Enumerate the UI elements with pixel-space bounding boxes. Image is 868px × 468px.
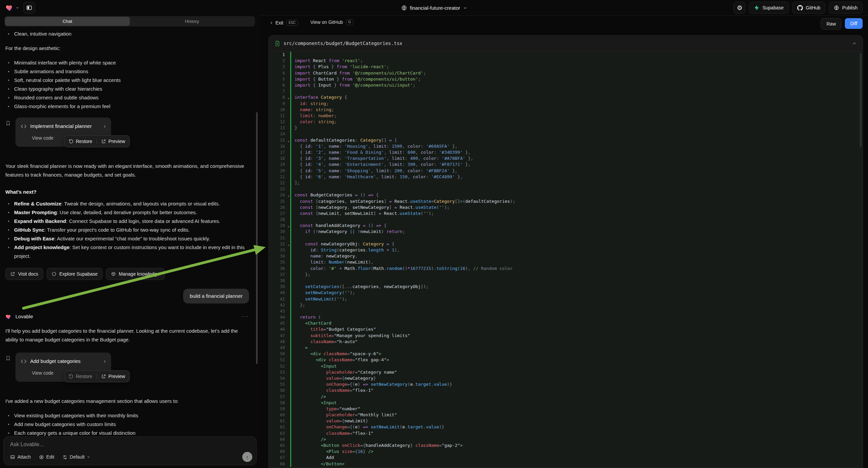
code-line: 1 bbox=[269, 52, 863, 58]
list-item: Add new budget categories with custom li… bbox=[5, 420, 249, 429]
explore-supabase-label: Explore Supabase bbox=[59, 270, 98, 278]
view-on-github-button[interactable]: View on GitHub G bbox=[310, 19, 353, 25]
restore-preview-toolbar: Restore Preview bbox=[64, 135, 130, 147]
code-line: 64 /> bbox=[269, 436, 863, 442]
line-number: 41 bbox=[269, 296, 290, 302]
assistant-text: I'll help you add budget categories to t… bbox=[5, 327, 249, 344]
line-number: 2 bbox=[269, 58, 290, 64]
line-number: 67 bbox=[269, 455, 290, 461]
code-line: 10 name: string; bbox=[269, 107, 863, 113]
list-item: Master Prompting: Use clear, detailed, a… bbox=[5, 208, 249, 217]
tab-history[interactable]: History bbox=[130, 17, 255, 26]
next-steps-list: Refine & Customize: Tweak the design, an… bbox=[5, 199, 249, 261]
restore-label: Restore bbox=[76, 372, 92, 381]
line-number: 8▼ bbox=[269, 94, 290, 100]
send-button[interactable]: ↑ bbox=[242, 452, 252, 462]
line-number: 12 bbox=[269, 119, 290, 125]
mode-selector[interactable]: Default bbox=[62, 454, 90, 460]
line-number: 17 bbox=[269, 149, 290, 155]
divider bbox=[97, 139, 97, 144]
top-bar: financial-future-creator ⚙ Supabase GitH… bbox=[0, 0, 868, 16]
line-number: 66 bbox=[269, 448, 290, 455]
line-number: 30 bbox=[269, 229, 290, 235]
code-line: 42 }; bbox=[269, 302, 863, 308]
list-item: Soft, neutral color palette with light b… bbox=[5, 76, 249, 85]
preview-button[interactable]: Preview bbox=[101, 137, 125, 146]
code-line: 45 <ChartCard bbox=[269, 320, 863, 326]
line-number: 19 bbox=[269, 162, 290, 168]
list-item: GitHub Sync: Transfer your project's cod… bbox=[5, 226, 249, 234]
added-features-list: View existing budget categories with the… bbox=[5, 411, 249, 436]
code-line: 13} bbox=[269, 125, 863, 131]
code-line: 67 Add bbox=[269, 455, 863, 461]
explore-supabase-button[interactable]: Explore Supabase bbox=[46, 268, 103, 280]
chevron-left-icon: ‹ bbox=[271, 19, 273, 26]
code-line: 50 <div className="space-y-6"> bbox=[269, 351, 863, 357]
file-header[interactable]: src/components/budget/BudgetCategories.t… bbox=[269, 36, 863, 51]
preview-button[interactable]: Preview bbox=[101, 372, 125, 381]
exit-button[interactable]: ‹ Exit ESC bbox=[271, 19, 298, 26]
raw-button[interactable]: Raw bbox=[821, 18, 841, 30]
supabase-icon bbox=[754, 5, 759, 10]
line-number: 31 bbox=[269, 235, 290, 241]
lovable-heart-icon bbox=[5, 313, 12, 320]
publish-button[interactable]: Publish bbox=[829, 2, 863, 14]
line-number: 10 bbox=[269, 107, 290, 113]
restore-button[interactable]: Restore bbox=[69, 137, 92, 146]
edit-card-title: Implement financial planner bbox=[30, 122, 100, 130]
line-number: 11 bbox=[269, 113, 290, 119]
project-name: financial-future-creator bbox=[410, 5, 460, 11]
line-number: 49 bbox=[269, 345, 290, 351]
manage-knowledge-button[interactable]: Manage knowledge bbox=[106, 268, 164, 280]
visit-docs-button[interactable]: Visit docs bbox=[5, 268, 43, 280]
chevron-down-icon bbox=[463, 6, 467, 10]
code-line: 39 setCategories([...categories, newCate… bbox=[269, 284, 863, 290]
sidebar-toggle-button[interactable] bbox=[23, 2, 35, 14]
line-number: 33 bbox=[269, 247, 290, 253]
restore-button[interactable]: Restore bbox=[69, 372, 92, 381]
edit-mode-button[interactable]: Edit bbox=[39, 454, 54, 460]
restore-preview-toolbar: Restore Preview bbox=[64, 370, 130, 382]
external-link-icon bbox=[101, 139, 106, 144]
prompt-composer[interactable]: Ask Lovable... Attach Edit Default ↑ bbox=[3, 436, 257, 465]
code-scrollbar[interactable] bbox=[860, 53, 862, 147]
composer-toolbar: Attach Edit Default ↑ bbox=[10, 452, 252, 462]
code-line: 7 bbox=[269, 88, 863, 94]
edit-card-row: Implement financial planner › View code … bbox=[5, 117, 249, 147]
tab-chat[interactable]: Chat bbox=[5, 17, 130, 26]
collapse-chevron-icon[interactable] bbox=[852, 41, 857, 46]
code-line: 60 placeholder="Monthly limit" bbox=[269, 412, 863, 418]
bookmark-icon[interactable] bbox=[5, 120, 11, 126]
code-line: 46 title="Budget Categories" bbox=[269, 326, 863, 332]
user-message: build a financial planner bbox=[183, 289, 249, 303]
line-number: 28 bbox=[269, 216, 290, 223]
attach-button[interactable]: Attach bbox=[10, 454, 31, 460]
bookmark-icon[interactable] bbox=[5, 355, 11, 361]
gear-icon: ⚙ bbox=[737, 5, 743, 11]
code-line: 58 <Input bbox=[269, 400, 863, 406]
assistant-text: Your sleek financial planner is now read… bbox=[5, 162, 249, 179]
code-line: 40 setNewCategory(''); bbox=[269, 290, 863, 296]
prompt-input[interactable]: Ask Lovable... bbox=[10, 441, 44, 447]
project-switcher[interactable]: financial-future-creator bbox=[401, 0, 467, 16]
attach-label: Attach bbox=[18, 454, 31, 460]
more-menu-icon[interactable]: ··· bbox=[242, 312, 249, 321]
chat-scrollbar[interactable] bbox=[256, 112, 258, 364]
settings-button[interactable]: ⚙ bbox=[734, 2, 746, 14]
line-number: 57 bbox=[269, 394, 290, 400]
list-item: Expand with Backend: Connect Supabase to… bbox=[5, 217, 249, 226]
line-number: 64 bbox=[269, 436, 290, 442]
supabase-button[interactable]: Supabase bbox=[749, 2, 788, 14]
line-number: 29▼ bbox=[269, 223, 290, 229]
lovable-logo-menu[interactable] bbox=[5, 3, 19, 12]
code-line: 43 bbox=[269, 308, 863, 314]
code-line: 53 placeholder="Category name" bbox=[269, 369, 863, 375]
sliders-icon bbox=[62, 455, 67, 460]
line-number: 55 bbox=[269, 381, 290, 387]
code-line: 41 setNewLimit(''); bbox=[269, 296, 863, 302]
chat-messages: Clean, intuitive navigation For the desi… bbox=[0, 29, 254, 436]
github-button[interactable]: GitHub bbox=[792, 2, 826, 14]
edit-label: Edit bbox=[46, 454, 54, 460]
diff-button[interactable]: Diff bbox=[845, 18, 863, 29]
code-line: 33 id: String(categories.length + 1), bbox=[269, 247, 863, 253]
